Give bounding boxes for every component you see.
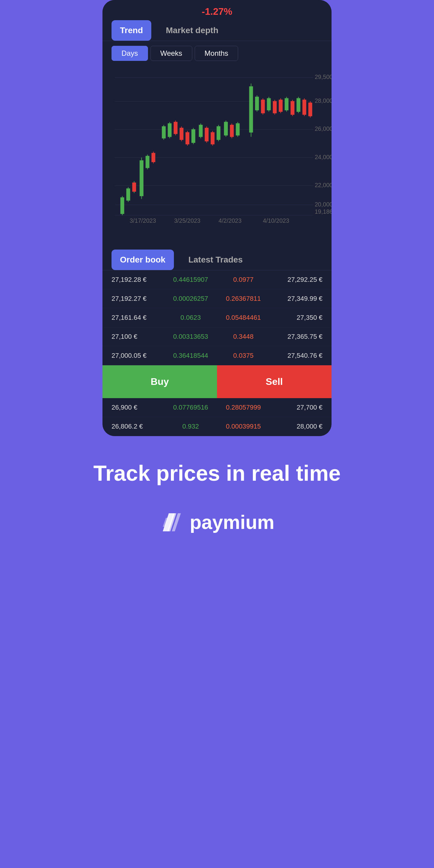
- candlestick-chart: 29,500 28,000 26,000 24,000 22,000 20,00…: [102, 66, 332, 247]
- tab-months[interactable]: Months: [195, 46, 239, 61]
- svg-rect-35: [174, 122, 178, 134]
- svg-rect-37: [180, 128, 183, 140]
- main-tabs: Trend Market depth: [102, 20, 332, 41]
- svg-text:4/2/2023: 4/2/2023: [218, 217, 241, 224]
- svg-rect-47: [211, 132, 214, 144]
- paymium-logo-icon: [160, 510, 184, 534]
- svg-text:26,000: 26,000: [315, 125, 332, 132]
- svg-rect-45: [205, 128, 209, 141]
- brand-name: paymium: [190, 511, 275, 533]
- bottom-section: Track prices in real time paymium: [0, 436, 434, 564]
- svg-rect-31: [162, 127, 165, 138]
- svg-rect-51: [224, 122, 228, 135]
- svg-rect-27: [146, 156, 149, 168]
- order-tabs: Order book Latest Trades: [102, 250, 332, 270]
- svg-rect-49: [217, 127, 220, 140]
- svg-text:20,000: 20,000: [315, 201, 332, 208]
- svg-rect-55: [236, 124, 240, 135]
- table-row: 26,806.2 € 0.932 0.00039915 28,000 €: [102, 417, 332, 436]
- svg-rect-71: [291, 101, 294, 115]
- tab-latest-trades[interactable]: Latest Trades: [180, 250, 251, 270]
- svg-rect-53: [230, 125, 234, 137]
- svg-text:3/25/2023: 3/25/2023: [174, 217, 200, 224]
- table-row: 27,100 € 0.00313653 0.3448 27,365.75 €: [102, 327, 332, 346]
- buy-button[interactable]: Buy: [102, 365, 217, 398]
- svg-rect-77: [309, 103, 312, 116]
- svg-rect-65: [273, 101, 277, 113]
- order-table: 27,192.28 € 0.44615907 0.0977 27,292.25 …: [102, 270, 332, 436]
- table-row: 26,900 € 0.07769516 0.28057999 27,700 €: [102, 398, 332, 417]
- buy-sell-buttons: Buy Sell: [102, 365, 332, 398]
- svg-text:29,500: 29,500: [315, 73, 332, 80]
- svg-rect-23: [132, 183, 136, 191]
- svg-text:19,186: 19,186: [315, 208, 332, 215]
- tab-trend[interactable]: Trend: [112, 20, 151, 41]
- table-row: 27,192.27 € 0.00026257 0.26367811 27,349…: [102, 289, 332, 308]
- svg-rect-19: [121, 197, 124, 214]
- chart-svg: 29,500 28,000 26,000 24,000 22,000 20,00…: [105, 69, 332, 235]
- svg-rect-33: [168, 124, 172, 137]
- svg-rect-21: [127, 189, 130, 200]
- table-row: 27,000.05 € 0.36418544 0.0375 27,540.76 …: [102, 346, 332, 365]
- tagline: Track prices in real time: [93, 460, 341, 486]
- tab-weeks[interactable]: Weeks: [150, 46, 192, 61]
- svg-rect-57: [249, 87, 253, 132]
- svg-text:24,000: 24,000: [315, 154, 332, 160]
- top-bar: -1.27%: [102, 0, 332, 20]
- svg-rect-41: [192, 129, 195, 143]
- sell-button[interactable]: Sell: [217, 365, 332, 398]
- table-row: 27,192.28 € 0.44615907 0.0977 27,292.25 …: [102, 270, 332, 289]
- tab-order-book[interactable]: Order book: [112, 250, 174, 270]
- svg-text:3/17/2023: 3/17/2023: [130, 217, 156, 224]
- percentage-display: -1.27%: [202, 6, 232, 17]
- svg-rect-67: [279, 100, 282, 112]
- svg-rect-43: [199, 125, 203, 137]
- svg-rect-69: [285, 98, 288, 110]
- svg-text:28,000: 28,000: [315, 97, 332, 104]
- svg-rect-39: [186, 132, 189, 144]
- svg-text:22,000: 22,000: [315, 182, 332, 188]
- svg-rect-73: [297, 98, 300, 112]
- svg-rect-25: [140, 160, 144, 196]
- svg-rect-59: [255, 97, 259, 110]
- period-tabs: Days Weeks Months: [102, 41, 332, 66]
- svg-rect-29: [152, 153, 155, 162]
- tab-market-depth[interactable]: Market depth: [157, 20, 227, 41]
- svg-rect-75: [303, 100, 306, 115]
- table-row: 27,161.64 € 0.0623 0.05484461 27,350 €: [102, 308, 332, 327]
- tab-days[interactable]: Days: [112, 46, 148, 61]
- svg-rect-61: [261, 100, 265, 113]
- svg-rect-63: [267, 98, 271, 110]
- svg-text:4/10/2023: 4/10/2023: [263, 217, 289, 224]
- brand-logo: paymium: [160, 510, 275, 534]
